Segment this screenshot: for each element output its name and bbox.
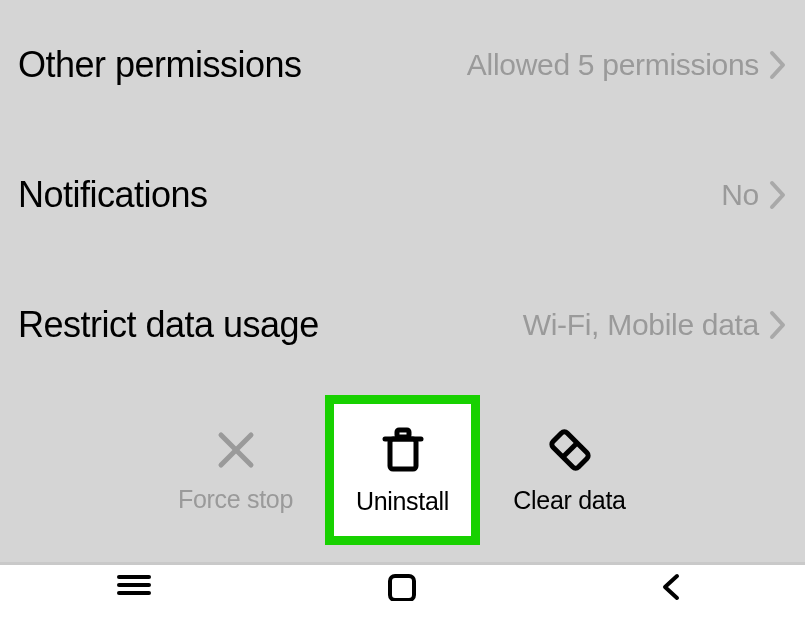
- home-icon: [387, 573, 417, 601]
- back-button[interactable]: [621, 573, 721, 617]
- restrict-data-value-wrap: Wi-Fi, Mobile data: [523, 308, 787, 342]
- clear-data-button[interactable]: Clear data: [492, 395, 647, 545]
- eraser-icon: [544, 426, 596, 474]
- bottom-actions: Force stop Uninstall Clear data: [0, 395, 805, 545]
- notifications-label: Notifications: [18, 174, 208, 216]
- force-stop-label: Force stop: [178, 485, 293, 514]
- restrict-data-row[interactable]: Restrict data usage Wi-Fi, Mobile data: [18, 260, 787, 390]
- close-icon: [213, 427, 259, 473]
- chevron-right-icon: [769, 49, 787, 81]
- restrict-data-value: Wi-Fi, Mobile data: [523, 308, 759, 342]
- chevron-right-icon: [769, 179, 787, 211]
- other-permissions-row[interactable]: Other permissions Allowed 5 permissions: [18, 0, 787, 130]
- uninstall-button[interactable]: Uninstall: [325, 395, 480, 545]
- svg-rect-4: [397, 430, 409, 437]
- svg-rect-2: [390, 439, 416, 469]
- other-permissions-label: Other permissions: [18, 44, 302, 86]
- recents-icon: [117, 573, 151, 597]
- notifications-row[interactable]: Notifications No: [18, 130, 787, 260]
- restrict-data-label: Restrict data usage: [18, 304, 319, 346]
- home-button[interactable]: [352, 573, 452, 617]
- svg-line-6: [562, 442, 576, 456]
- uninstall-label: Uninstall: [356, 487, 449, 516]
- other-permissions-value: Allowed 5 permissions: [467, 48, 759, 82]
- notifications-value: No: [721, 178, 759, 212]
- recents-button[interactable]: [84, 573, 184, 617]
- chevron-right-icon: [769, 309, 787, 341]
- svg-rect-10: [390, 576, 414, 600]
- clear-data-label: Clear data: [513, 486, 625, 515]
- trash-icon: [378, 425, 428, 475]
- notifications-value-wrap: No: [721, 178, 787, 212]
- navigation-bar: [0, 562, 805, 617]
- force-stop-button[interactable]: Force stop: [158, 395, 313, 545]
- back-icon: [659, 573, 683, 601]
- other-permissions-value-wrap: Allowed 5 permissions: [467, 48, 787, 82]
